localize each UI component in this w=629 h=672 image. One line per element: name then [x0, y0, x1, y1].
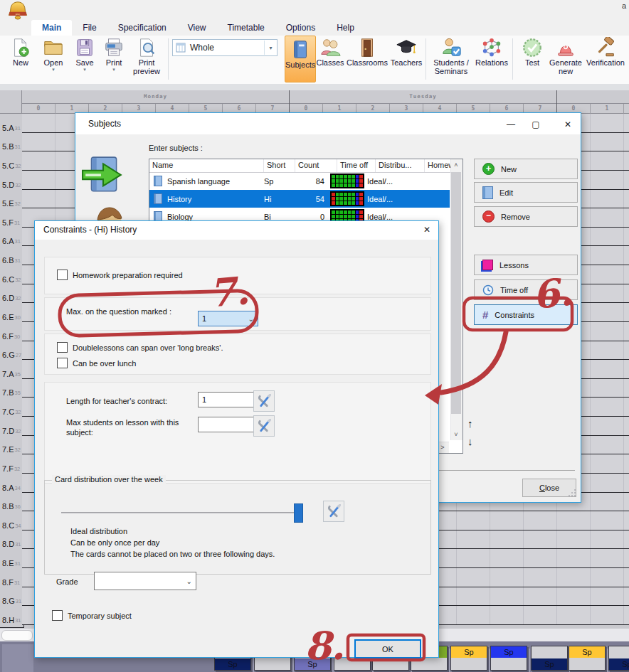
max-students-input[interactable] [198, 417, 255, 432]
lunch-checkbox[interactable] [57, 358, 68, 368]
timeoff-cell [336, 175, 339, 178]
column-header-short[interactable]: Short [264, 159, 295, 172]
resize-grip-icon[interactable] [568, 489, 576, 497]
close-constraints-button[interactable]: ✕ [417, 223, 437, 236]
classes-button[interactable]: Classes [316, 37, 344, 81]
distribution-tools-button[interactable] [323, 501, 344, 522]
print-dropdown-arrow-icon[interactable]: ▾ [100, 67, 128, 72]
distribution-slider-track[interactable] [61, 512, 298, 514]
new-subject-button[interactable]: + New [474, 159, 578, 179]
asc-bell-logo-icon[interactable]: asc [4, 1, 31, 21]
temporary-checkbox[interactable] [52, 610, 63, 621]
subjects-book-arrow-icon [81, 154, 125, 198]
relations-button[interactable]: Relations [474, 37, 509, 81]
timeoff-cell [356, 179, 359, 183]
open-dropdown-arrow-icon[interactable]: ▾ [38, 67, 69, 72]
clock-icon [482, 284, 494, 296]
homework-checkbox-row[interactable]: Homework preparation required [57, 270, 183, 280]
doublelessons-checkbox[interactable] [57, 342, 68, 353]
max-students-tools-button[interactable] [253, 415, 275, 437]
generate-new-button-label: Generate new [549, 58, 582, 75]
new-button[interactable]: New [6, 37, 36, 81]
close-window-button[interactable]: ✕ [558, 118, 578, 131]
lesson-card[interactable]: Sp [569, 646, 606, 671]
students-seminars-button[interactable]: Students / Seminars [430, 37, 472, 81]
column-header-count[interactable]: Count [295, 159, 337, 172]
move-down-button[interactable]: ↓ [467, 435, 473, 447]
tab-main[interactable]: Main [31, 20, 72, 36]
scroll-down-icon[interactable]: ˅ [450, 431, 462, 438]
lesson-card[interactable]: Sp [608, 646, 629, 671]
print-button[interactable]: Print ▾ [100, 37, 128, 81]
test-button[interactable]: Test [518, 37, 546, 81]
edit-subject-button[interactable]: Edit [474, 182, 578, 203]
open-button[interactable]: Open ▾ [38, 37, 69, 81]
lesson-card-band: Sp [215, 658, 250, 670]
vscrollbar-thumb[interactable] [451, 172, 461, 414]
tab-help[interactable]: Help [326, 20, 365, 36]
tab-file[interactable]: File [72, 20, 107, 36]
save-dropdown-arrow-icon[interactable]: ▾ [70, 67, 99, 72]
teachers-button[interactable]: Teachers [390, 37, 423, 81]
scroll-up-icon[interactable]: ˄ [450, 161, 462, 169]
relations-molecule-icon [481, 37, 502, 58]
contract-input[interactable]: 1 [198, 392, 255, 407]
timeoff-cell [352, 210, 355, 214]
view-selector-combobox[interactable]: Whole ▾ [172, 39, 278, 56]
cell-short: Sp [261, 177, 290, 186]
lesson-card-band: Sp [295, 658, 330, 670]
timeoff-cell [359, 201, 363, 205]
lesson-card[interactable]: Sp [450, 646, 487, 671]
cell-count: 84 [290, 177, 329, 186]
timeoff-cell [339, 210, 343, 214]
constraints-dialog-titlebar[interactable]: Constraints - (Hi) History [35, 221, 438, 240]
combobox-chevron-icon: ⌄ [248, 315, 254, 323]
save-floppy-icon [74, 37, 95, 58]
tab-options[interactable]: Options [275, 20, 326, 36]
time-off-button[interactable]: Time off [474, 279, 578, 300]
homework-checkbox[interactable] [57, 270, 68, 280]
move-up-button[interactable]: ↑ [467, 417, 473, 430]
lesson-card-band: Sp [451, 646, 487, 658]
tab-timetable[interactable]: Timetable [217, 20, 275, 36]
maximize-button[interactable]: ▢ [526, 118, 546, 131]
temporary-checkbox-row[interactable]: Temporary subject [52, 610, 132, 621]
lunch-checkbox-row[interactable]: Can be over lunch [57, 358, 136, 368]
table-row[interactable]: Spanish languageSp84Ideal/... [149, 172, 450, 190]
cell-distribution: Ideal/... [364, 213, 411, 221]
timeoff-cell [339, 175, 343, 178]
tab-specification[interactable]: Specification [107, 20, 177, 36]
max-question-combobox[interactable]: 1 ⌄ [198, 311, 258, 326]
generate-new-button[interactable]: Generate new [548, 37, 583, 81]
view-selector-dropdown-icon[interactable]: ▾ [264, 41, 277, 55]
lesson-card[interactable]: Sp [531, 646, 568, 671]
subjects-dialog-title: Subjects [88, 119, 121, 129]
timeoff-cell [339, 193, 343, 196]
column-header-name[interactable]: Name [149, 159, 264, 172]
max-students-label: Max students on lesson with this subject… [66, 417, 189, 437]
verification-button[interactable]: Verification [585, 37, 626, 81]
column-header-distribu[interactable]: Distribu... [376, 159, 425, 172]
constraints-dialog-title: Constraints - (Hi) History [43, 225, 137, 235]
wrench-icon [257, 394, 271, 408]
column-header-timeoff[interactable]: Time off [337, 159, 376, 172]
grade-combobox[interactable]: ⌄ [94, 572, 196, 590]
tab-view[interactable]: View [177, 20, 217, 36]
minimize-button[interactable]: — [501, 118, 521, 131]
timeoff-cell [344, 210, 347, 214]
remove-subject-button[interactable]: − Remove [474, 206, 578, 227]
lesson-card[interactable]: Sp [490, 646, 527, 671]
lessons-button[interactable]: Lessons [474, 255, 578, 275]
ok-button[interactable]: OK [354, 639, 421, 658]
distribution-slider-handle[interactable] [294, 503, 303, 523]
classrooms-button[interactable]: Classrooms [346, 37, 388, 81]
enter-subjects-label: Enter subjects : [149, 144, 203, 152]
print-preview-button[interactable]: Print preview [129, 37, 164, 81]
table-row[interactable]: HistoryHi54Ideal/... [149, 190, 450, 208]
constraints-button[interactable]: # Constraints [474, 304, 578, 325]
doublelessons-checkbox-row[interactable]: Doublelessons can span over 'long breaks… [57, 342, 223, 353]
save-button[interactable]: Save ▾ [70, 37, 99, 81]
timetable-hscrollbar-thumb[interactable] [1, 630, 33, 641]
contract-tools-button[interactable] [253, 390, 275, 412]
subjects-button[interactable]: Subjects [285, 36, 316, 82]
